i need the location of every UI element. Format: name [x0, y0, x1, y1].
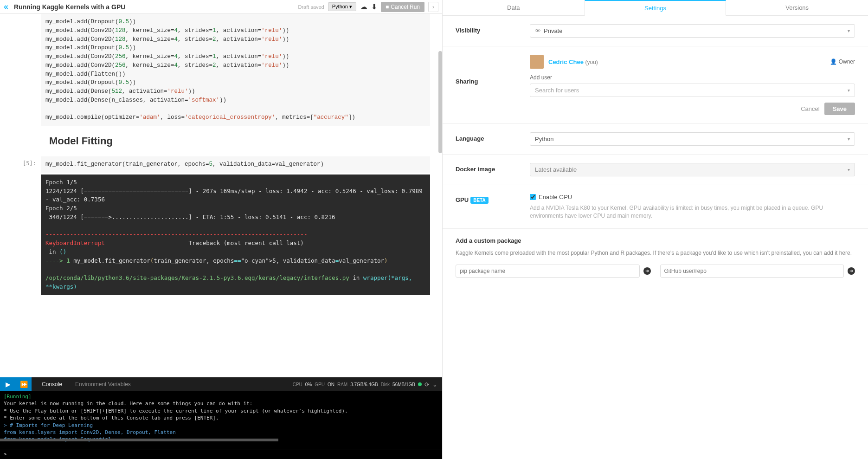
output-cell: Epoch 1/5 1224/1224 [===================…	[8, 175, 442, 295]
setting-gpu: GPUBETA Enable GPU Add a NVIDIA Tesla K8…	[443, 185, 868, 229]
gpu-label: GPUBETA	[456, 194, 530, 203]
language-select[interactable]: Python ▾	[530, 132, 855, 146]
chevron-down-icon: ▾	[848, 136, 850, 142]
tab-environment-variables[interactable]: Environment Variables	[69, 377, 137, 391]
markdown-cell[interactable]: Model Fitting	[8, 128, 442, 156]
code-cell[interactable]: my_model.add(Dropout(0.5)) my_model.add(…	[8, 14, 442, 126]
setting-language: Language Python ▾	[443, 124, 868, 155]
cell-prompt: [5]:	[8, 156, 41, 173]
enable-gpu-label: Enable GPU	[539, 194, 572, 200]
chevron-down-icon: ▾	[848, 28, 850, 33]
add-pip-button[interactable]: ➜	[643, 267, 651, 275]
notebook-area[interactable]: my_model.add(Dropout(0.5)) my_model.add(…	[0, 14, 442, 377]
page-title: Running Kaggle Kernels with a GPU	[14, 3, 294, 11]
beta-badge: BETA	[470, 197, 488, 204]
user-name-link[interactable]: Cedric Chee	[548, 58, 584, 65]
language-dropdown[interactable]: Python ▾	[328, 2, 356, 11]
enable-gpu-checkbox[interactable]	[530, 194, 536, 200]
output-body: Epoch 1/5 1224/1224 [===================…	[41, 175, 430, 295]
visibility-label: Visibility	[456, 24, 530, 34]
cell-prompt	[8, 14, 41, 126]
docker-select[interactable]: Latest available ▾	[530, 163, 855, 176]
tab-versions[interactable]: Versions	[726, 0, 868, 15]
draft-saved-label: Draft saved	[298, 4, 324, 10]
add-github-button[interactable]: ➜	[848, 267, 855, 275]
scrollbar[interactable]	[438, 51, 442, 153]
language-label: Language	[456, 132, 530, 142]
collapse-sidebar-icon[interactable]: «	[4, 2, 8, 12]
chevron-down-icon: ▾	[848, 88, 850, 93]
pip-package-input[interactable]	[456, 265, 640, 278]
github-repo-input[interactable]	[660, 265, 844, 278]
status-dot-icon	[418, 382, 422, 386]
user-search-input[interactable]: Search for users ▾	[530, 84, 855, 97]
console-input[interactable]: >	[0, 450, 442, 459]
avatar	[530, 55, 544, 69]
code-cell[interactable]: [5]: my_model.fit_generator(train_genera…	[8, 156, 442, 173]
header: « Running Kaggle Kernels with a GPU Draf…	[0, 0, 442, 14]
code-body[interactable]: my_model.add(Dropout(0.5)) my_model.add(…	[41, 14, 430, 126]
save-button[interactable]: Save	[824, 103, 855, 115]
eye-slash-icon: 👁	[535, 27, 541, 34]
user-icon: 👤	[830, 58, 837, 65]
collaborator-row: Cedric Chee (you) 👤Owner	[530, 55, 855, 69]
setting-docker: Docker image Latest available ▾	[443, 155, 868, 185]
add-user-label: Add user	[530, 74, 855, 81]
console-bar: ▶ ⏩ Console Environment Variables CPU0% …	[0, 377, 442, 391]
console-output[interactable]: [Running]Your kernel is now running in t…	[0, 391, 442, 450]
custom-package-section: Add a custom package Kaggle Kernels come…	[443, 229, 868, 286]
settings-tabs: Data Settings Versions	[443, 0, 868, 16]
tab-data[interactable]: Data	[443, 0, 585, 15]
console-scrollbar[interactable]	[0, 439, 278, 441]
resource-stats: CPU0% GPUON RAM3.7GB/6.4GB Disk56MB/1GB …	[293, 381, 442, 388]
docker-label: Docker image	[456, 163, 530, 173]
stop-icon: ■	[386, 4, 389, 10]
owner-badge: 👤Owner	[830, 58, 855, 65]
code-body[interactable]: my_model.fit_generator(train_generator, …	[41, 156, 430, 173]
tab-settings[interactable]: Settings	[585, 0, 727, 16]
gpu-description: Add a NVIDIA Tesla K80 to your Kernel. G…	[530, 204, 855, 220]
md-heading: Model Fitting	[49, 135, 442, 147]
run-button[interactable]: ▶	[0, 377, 16, 391]
visibility-dropdown[interactable]: 👁Private ▾	[530, 24, 855, 38]
forward-button[interactable]: ›	[428, 2, 438, 12]
pkg-title: Add a custom package	[456, 237, 855, 244]
sharing-label: Sharing	[456, 55, 530, 85]
chevron-down-icon: ▾	[848, 167, 850, 172]
setting-sharing: Sharing Cedric Chee (you) 👤Owner Add use…	[443, 46, 868, 124]
run-all-button[interactable]: ⏩	[16, 377, 32, 391]
cloud-upload-icon[interactable]: ☁	[360, 2, 367, 11]
setting-visibility: Visibility 👁Private ▾	[443, 16, 868, 46]
cancel-run-button[interactable]: ■Cancel Run	[381, 2, 424, 12]
reload-icon[interactable]: ⟳	[424, 381, 430, 388]
pkg-description: Kaggle Kernels come preloaded with the m…	[456, 249, 855, 257]
cancel-button[interactable]: Cancel	[801, 103, 819, 115]
tab-console[interactable]: Console	[35, 377, 69, 391]
cloud-download-icon[interactable]: ⬇	[371, 2, 377, 11]
chevron-down-icon[interactable]: ⌄	[432, 381, 437, 388]
